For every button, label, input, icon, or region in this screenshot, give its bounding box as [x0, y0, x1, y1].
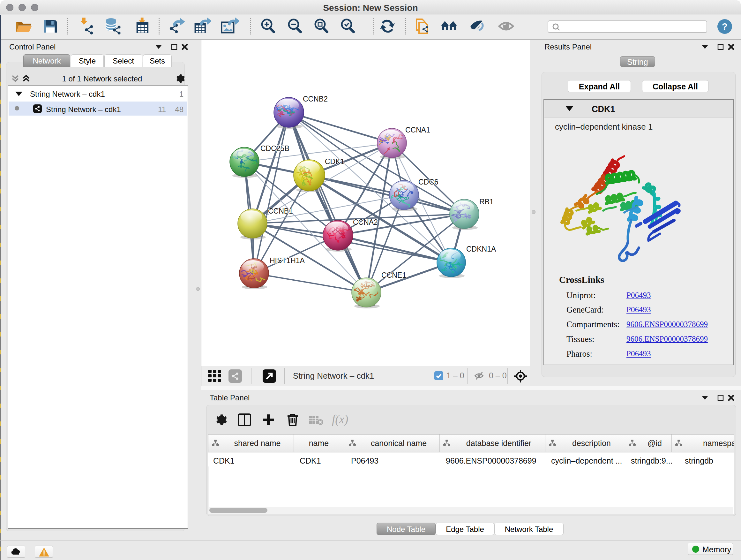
svg-text:CDC6: CDC6: [418, 178, 439, 186]
svg-text:HIST1H1A: HIST1H1A: [270, 256, 305, 265]
svg-text:CCNA2: CCNA2: [353, 218, 378, 226]
svg-text:CCNE1: CCNE1: [381, 271, 406, 279]
svg-text:CDKN1A: CDKN1A: [466, 245, 496, 253]
svg-text:CCNB1: CCNB1: [268, 207, 293, 215]
svg-text:CCNB2: CCNB2: [303, 95, 328, 103]
svg-text:CDC25B: CDC25B: [260, 144, 289, 152]
svg-text:CDK1: CDK1: [325, 158, 344, 166]
svg-text:RB1: RB1: [479, 198, 494, 206]
svg-text:CCNA1: CCNA1: [405, 126, 430, 134]
